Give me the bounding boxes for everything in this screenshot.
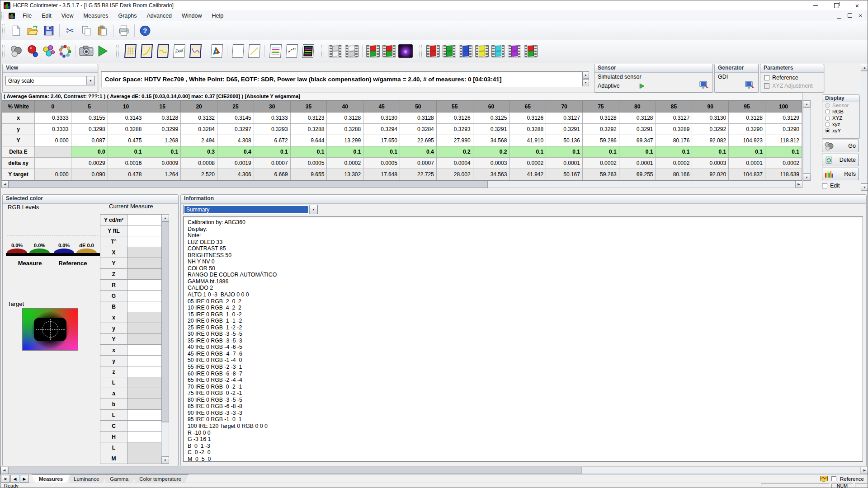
- current-measure-scrollbar[interactable]: ▲ ▼: [161, 214, 169, 464]
- measure-cell[interactable]: 0.3297: [217, 124, 254, 135]
- measure-cell[interactable]: 0.3128: [729, 113, 765, 124]
- copy-icon[interactable]: [79, 23, 94, 38]
- display-option-xyz[interactable]: xyz: [822, 121, 859, 127]
- blank-view-icon[interactable]: [230, 43, 245, 59]
- grayscale-film-2-icon[interactable]: [344, 43, 359, 59]
- measure-cell[interactable]: 0.3288: [290, 124, 327, 135]
- menu-window[interactable]: Window: [177, 11, 207, 20]
- gamma-curve-view-icon[interactable]: [139, 43, 154, 59]
- cm-row-value[interactable]: [127, 301, 162, 312]
- measure-cell[interactable]: 118.639: [765, 169, 802, 180]
- measure-cell[interactable]: 0.1: [546, 146, 583, 158]
- measure-cell[interactable]: 34.568: [473, 135, 509, 146]
- cm-row-value[interactable]: [127, 356, 162, 366]
- color-stripes-view-icon[interactable]: [268, 43, 283, 59]
- measure-cell[interactable]: 13.302: [327, 169, 363, 180]
- measure-cell[interactable]: 0.1: [108, 146, 144, 158]
- cm-row-value[interactable]: [127, 280, 162, 291]
- help-about-icon[interactable]: ?: [137, 23, 153, 38]
- measure-cell[interactable]: 50.167: [546, 169, 583, 180]
- measure-cell[interactable]: 0.3128: [619, 113, 656, 124]
- measure-cell[interactable]: 69.255: [619, 169, 656, 180]
- display-option-xyy[interactable]: xyY: [822, 127, 859, 134]
- bottom-scroll-left-icon[interactable]: ◀: [0, 467, 8, 474]
- measure-cell[interactable]: 0.1: [290, 146, 327, 158]
- measure-cell[interactable]: 0.478: [108, 169, 144, 180]
- table-hscrollbar[interactable]: ◀ ▶: [1, 181, 802, 188]
- measure-cell[interactable]: 0.1: [327, 146, 363, 158]
- tracking-view-icon[interactable]: [284, 43, 299, 59]
- measure-cell[interactable]: 41.910: [509, 135, 546, 146]
- measure-cell[interactable]: 0.3130: [363, 113, 400, 124]
- tab-luminance[interactable]: Luminance: [66, 474, 106, 483]
- generator-settings-icon[interactable]: [745, 81, 755, 91]
- measure-cell[interactable]: 0.0002: [656, 158, 692, 169]
- cm-row-value[interactable]: [127, 312, 162, 323]
- cm-row-value[interactable]: [127, 399, 162, 410]
- measure-cell[interactable]: 0.3128: [582, 113, 619, 124]
- cm-row-value[interactable]: [127, 225, 162, 236]
- menu-view[interactable]: View: [57, 11, 79, 20]
- measure-cell[interactable]: 0.1: [509, 146, 546, 158]
- go-button[interactable]: Go: [822, 140, 859, 152]
- column-header-55[interactable]: 55: [436, 101, 473, 113]
- measure-cell[interactable]: 0.2: [436, 146, 473, 158]
- measure-cell[interactable]: 0.3125: [473, 113, 509, 124]
- measure-cell[interactable]: 0.3130: [692, 113, 729, 124]
- measure-cell[interactable]: 0.0003: [692, 158, 729, 169]
- run-measures-icon[interactable]: [95, 43, 110, 59]
- bottom-hscrollbar[interactable]: ◀ ▶: [0, 466, 868, 474]
- radio-icon[interactable]: [825, 116, 830, 121]
- measure-cell[interactable]: 0.3128: [144, 113, 181, 124]
- measure-cell[interactable]: 0.3145: [217, 113, 254, 124]
- measure-cell[interactable]: 0.3288: [327, 124, 363, 135]
- measure-cell[interactable]: 0.3128: [400, 113, 436, 124]
- measures-grid-view-icon[interactable]: [123, 43, 138, 59]
- measure-cell[interactable]: 59.263: [582, 169, 619, 180]
- table-scroll-thumb[interactable]: [9, 181, 488, 188]
- scroll-track[interactable]: [861, 71, 868, 183]
- table-hscroll-track[interactable]: [488, 181, 795, 188]
- full-field-pattern-icon[interactable]: [398, 43, 413, 59]
- measure-cell[interactable]: 0.3292: [582, 124, 619, 135]
- measure-cell[interactable]: 0.3128: [327, 113, 363, 124]
- info-spin-down-icon[interactable]: ▼: [582, 79, 589, 86]
- column-header-0[interactable]: 0: [35, 101, 71, 113]
- tab-measures[interactable]: Measures: [32, 474, 70, 483]
- column-header-95[interactable]: 95: [729, 101, 765, 113]
- information-select[interactable]: Summary ▼: [183, 205, 318, 214]
- bottom-reference-checkbox[interactable]: [831, 476, 836, 481]
- red-film-icon[interactable]: [425, 43, 441, 59]
- table-scroll-right-icon[interactable]: ▶: [795, 181, 802, 188]
- minimize-button[interactable]: [805, 0, 826, 10]
- measure-cell[interactable]: 0.0008: [181, 158, 217, 169]
- row-header[interactable]: Y: [2, 135, 35, 146]
- row-header[interactable]: x: [2, 113, 35, 124]
- measure-cell[interactable]: 0.0007: [400, 158, 436, 169]
- menu-measures[interactable]: Measures: [79, 11, 113, 20]
- sensor-calibration-icon[interactable]: [9, 43, 24, 59]
- measure-cell[interactable]: 0.3290: [729, 124, 765, 135]
- measure-cell[interactable]: 0.3284: [181, 124, 217, 135]
- row-header[interactable]: y: [2, 124, 35, 135]
- measure-cell[interactable]: 0.0001: [619, 158, 656, 169]
- measure-cell[interactable]: 92.082: [692, 135, 729, 146]
- toolbar-grip[interactable]: [419, 45, 422, 57]
- measure-cell[interactable]: 0.4: [400, 146, 436, 158]
- delete-button[interactable]: Delete: [822, 154, 859, 166]
- chevron-down-icon[interactable]: ▼: [309, 205, 317, 214]
- column-header-25[interactable]: 25: [217, 101, 254, 113]
- measure-cell[interactable]: 0.475: [108, 135, 144, 146]
- measure-cell[interactable]: 0.3291: [473, 124, 509, 135]
- cie-diagram-view-icon[interactable]: [209, 43, 224, 59]
- column-header-80[interactable]: 80: [619, 101, 656, 113]
- measure-cell[interactable]: 0.2: [473, 146, 509, 158]
- measure-cell[interactable]: 0.3127: [656, 113, 692, 124]
- toolbar-grip[interactable]: [116, 45, 119, 57]
- mdi-close-button[interactable]: ×: [859, 12, 862, 19]
- refs-button[interactable]: Refs: [822, 168, 859, 180]
- menu-edit[interactable]: Edit: [37, 11, 57, 20]
- restore-button[interactable]: [826, 0, 847, 10]
- cm-row-value[interactable]: [127, 366, 162, 377]
- info-spin-up-icon[interactable]: ▲: [582, 71, 589, 79]
